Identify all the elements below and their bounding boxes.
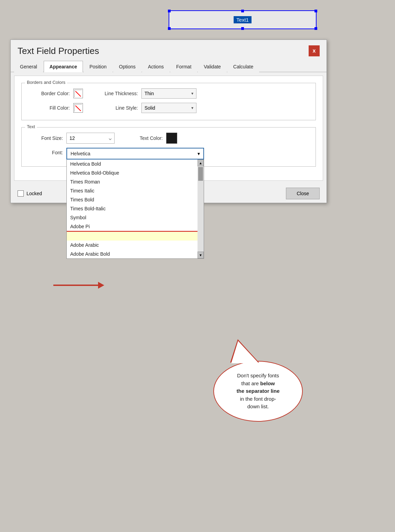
scrollbar-down-button[interactable]: ▼ [198, 252, 204, 258]
resize-handle-tm[interactable] [241, 10, 244, 12]
fill-no-color-indicator [74, 104, 82, 112]
border-color-label: Border Color: [29, 91, 70, 96]
line-thickness-chevron: ▾ [191, 91, 193, 96]
scrollbar-track [198, 181, 204, 252]
font-item-adobe-arabic[interactable]: Adobe Arabic [67, 241, 198, 250]
font-item-adobe-arabic-bold[interactable]: Adobe Arabic Bold [67, 250, 198, 258]
font-field-container: Helvetica ▾ Helvetica Bold Helvetica Bol… [66, 148, 204, 159]
dialog-close-button[interactable]: x [309, 45, 320, 56]
line-style-label: Line Style: [93, 105, 138, 111]
font-item-helvetica-bold-oblique[interactable]: Helvetica Bold-Oblique [67, 168, 198, 177]
resize-handle-br[interactable] [314, 27, 317, 30]
font-select[interactable]: Helvetica ▾ [66, 148, 204, 159]
resize-handle-tl[interactable] [168, 10, 171, 12]
font-item-adobe-pi[interactable]: Adobe Pi [67, 222, 198, 231]
font-size-row: Font Size: 12 ⌵ Text Color: [29, 133, 309, 144]
font-item-times-bold[interactable]: Times Bold [67, 195, 198, 204]
no-color-indicator [74, 90, 82, 97]
callout-bold: belowthe separator line [236, 380, 279, 394]
text-section-label: Text [25, 124, 37, 129]
font-item-times-roman[interactable]: Times Roman [67, 177, 198, 186]
callout-line1: Don't specify fonts [237, 373, 279, 378]
tab-options[interactable]: Options [113, 61, 141, 72]
resize-handle-bl[interactable] [168, 27, 171, 30]
font-dropdown-list: Helvetica Bold Helvetica Bold-Oblique Ti… [67, 159, 198, 258]
callout-line2: that are belowthe separator linein the f… [236, 380, 279, 410]
line-thickness-value: Thin [145, 91, 154, 96]
text-section: Text Font Size: 12 ⌵ Text Color: Font: H… [21, 127, 316, 167]
tab-actions[interactable]: Actions [142, 61, 170, 72]
text-field-properties-dialog: Text Field Properties x General Appearan… [10, 40, 327, 203]
close-dialog-button[interactable]: Close [286, 188, 320, 199]
borders-colors-section: Borders and Colors Border Color: Line Th… [21, 83, 316, 120]
arrow-annotation [53, 282, 104, 289]
arrow-line [53, 285, 98, 286]
text-field-label: Text1 [234, 16, 252, 23]
font-size-chevron: ⌵ [109, 135, 111, 141]
font-size-label: Font Size: [29, 135, 63, 141]
font-item-helvetica-bold[interactable]: Helvetica Bold [67, 159, 198, 168]
tab-general[interactable]: General [14, 61, 43, 72]
locked-label: Locked [26, 191, 42, 196]
locked-checkbox-label[interactable]: Locked [18, 190, 42, 197]
tab-calculate[interactable]: Calculate [227, 61, 259, 72]
resize-handle-tr[interactable] [314, 10, 317, 12]
dialog-tabs: General Appearance Position Options Acti… [11, 60, 327, 72]
border-color-row: Border Color: Line Thickness: Thin ▾ [29, 88, 309, 99]
line-style-select[interactable]: Solid ▾ [141, 103, 196, 113]
borders-section-label: Borders and Colors [25, 80, 67, 85]
tab-appearance[interactable]: Appearance [44, 61, 83, 72]
font-label: Font: [29, 148, 63, 155]
tab-format[interactable]: Format [170, 61, 197, 72]
font-item-empty-highlighted[interactable] [67, 232, 198, 241]
fill-color-label: Fill Color: [29, 105, 70, 111]
line-style-value: Solid [145, 105, 155, 111]
font-item-times-bold-italic[interactable]: Times Bold-Italic [67, 204, 198, 213]
scrollbar-thumb[interactable] [198, 167, 203, 181]
dialog-title: Text Field Properties [18, 46, 99, 56]
locked-checkbox[interactable] [18, 190, 24, 197]
font-dropdown-chevron: ▾ [198, 151, 200, 156]
arrow-head [98, 282, 104, 289]
font-size-select[interactable]: 12 ⌵ [66, 133, 115, 144]
border-color-swatch[interactable] [73, 89, 83, 98]
text-color-label: Text Color: [128, 135, 163, 141]
font-row: Font: Helvetica ▾ Helvetica Bold Helveti… [29, 148, 309, 159]
line-thickness-label: Line Thickness: [93, 91, 138, 96]
font-value: Helvetica [71, 151, 90, 156]
scrollbar-up-button[interactable]: ▲ [198, 159, 204, 166]
font-dropdown-content: Helvetica Bold Helvetica Bold-Oblique Ti… [67, 159, 204, 258]
font-size-value: 12 [70, 135, 75, 141]
fill-color-row: Fill Color: Line Style: Solid ▾ [29, 103, 309, 113]
dialog-header: Text Field Properties x [11, 40, 327, 60]
font-dropdown: Helvetica Bold Helvetica Bold-Oblique Ti… [66, 159, 204, 259]
tab-validate[interactable]: Validate [198, 61, 227, 72]
text-color-swatch[interactable] [166, 133, 177, 144]
font-dropdown-scrollbar: ▲ ▼ [198, 159, 204, 258]
line-style-chevron: ▾ [191, 106, 193, 110]
font-item-times-italic[interactable]: Times Italic [67, 186, 198, 195]
line-thickness-select[interactable]: Thin ▾ [141, 88, 196, 99]
text-field-preview: Text1 [169, 10, 317, 29]
dialog-body: Borders and Colors Border Color: Line Th… [14, 76, 323, 181]
tab-position[interactable]: Position [84, 61, 113, 72]
font-item-symbol[interactable]: Symbol [67, 213, 198, 222]
callout-bubble: Don't specify fonts that are belowthe se… [213, 361, 303, 422]
fill-color-swatch[interactable] [73, 103, 83, 113]
resize-handle-bm[interactable] [241, 27, 244, 30]
